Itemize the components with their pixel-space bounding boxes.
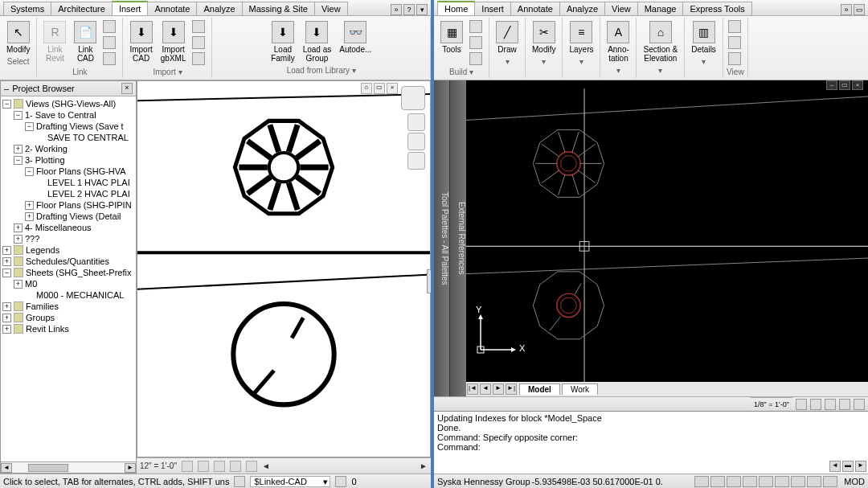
pan-icon[interactable]	[407, 133, 425, 150]
tab-home[interactable]: Home	[437, 1, 475, 15]
expand-icon[interactable]: +	[25, 201, 34, 210]
viewcube[interactable]	[401, 86, 425, 110]
insert-from-file-button[interactable]	[190, 19, 208, 34]
tree-node[interactable]: +Revit Links	[2, 323, 134, 334]
tree-node[interactable]: SAVE TO CENTRAL	[2, 132, 134, 143]
tab-insert[interactable]: Insert	[112, 1, 149, 15]
collapse-icon[interactable]: −	[14, 156, 23, 165]
tools-button[interactable]: ▦ Tools	[437, 19, 466, 55]
tab-massing-site[interactable]: Massing & Site	[242, 2, 315, 15]
tab-systems[interactable]: Systems	[3, 2, 51, 15]
tree-node[interactable]: LEVEL 2 HVAC PLAI	[2, 188, 134, 199]
tab-insert-r[interactable]: Insert	[474, 2, 511, 15]
tree-node[interactable]: −Sheets (SHG_Sheet-Prefix	[2, 267, 134, 278]
expand-icon[interactable]: +	[14, 235, 23, 244]
tree-node[interactable]: +???	[2, 233, 134, 244]
grid-icon[interactable]	[710, 476, 725, 487]
tree-node[interactable]: +Floor Plans (SHG-PIPIN	[2, 199, 134, 211]
expand-icon[interactable]: +	[2, 246, 11, 255]
tab-architecture[interactable]: Architecture	[51, 2, 113, 15]
collapse-icon[interactable]: −	[2, 100, 11, 109]
win-min-icon[interactable]: –	[826, 80, 837, 90]
model-space-label[interactable]: MOD	[844, 477, 865, 486]
win-max-icon[interactable]: ▭	[839, 80, 850, 90]
expand-icon[interactable]: +	[25, 212, 34, 221]
tab-annotate-r[interactable]: Annotate	[510, 2, 560, 15]
layout-tab-work[interactable]: Work	[562, 383, 598, 395]
snap-icon[interactable]	[694, 476, 709, 487]
sun-path-icon[interactable]	[214, 461, 225, 472]
browser-hscroll[interactable]: ◄ ►	[1, 461, 136, 473]
tab-annotate[interactable]: Annotate	[147, 2, 197, 15]
steering-wheel-icon[interactable]	[407, 113, 425, 131]
polar-icon[interactable]	[743, 476, 757, 487]
tab-view-r[interactable]: View	[604, 2, 638, 15]
expand-icon[interactable]: +	[2, 314, 11, 322]
collapse-icon[interactable]: −	[25, 122, 34, 131]
clean-icon[interactable]	[854, 399, 865, 410]
scroll-thumb[interactable]	[28, 464, 68, 472]
load-group-label[interactable]: Load from Library	[287, 66, 356, 75]
dyn-icon[interactable]	[807, 476, 821, 487]
tree-node[interactable]: −Floor Plans (SHG-HVA	[2, 166, 134, 177]
scale-label[interactable]: 12" = 1'-0"	[140, 461, 177, 470]
tab-overflow-icon[interactable]: »	[391, 4, 402, 15]
tree-node[interactable]: −3- Plotting	[2, 154, 134, 166]
tab-analyze[interactable]: Analyze	[196, 2, 242, 15]
content-browser-button[interactable]	[468, 51, 485, 66]
scroll-left-icon[interactable]: ◄	[1, 463, 12, 473]
splitter-handle[interactable]	[427, 269, 431, 293]
tab-express-tools[interactable]: Express Tools	[682, 2, 751, 15]
left-drawing-canvas[interactable]: ⌂ ▭ ×	[137, 80, 431, 457]
tab-min-icon[interactable]: ▭	[854, 4, 865, 15]
expand-icon[interactable]: +	[14, 223, 23, 232]
press-drag-icon[interactable]	[234, 476, 245, 487]
tab-analyze-r[interactable]: Analyze	[559, 2, 605, 15]
tab-manage[interactable]: Manage	[637, 2, 684, 15]
tree-node[interactable]: +Groups	[2, 312, 134, 323]
scroll-right-icon[interactable]: ►	[125, 463, 136, 473]
nav-prev-icon[interactable]: ◄	[262, 461, 270, 470]
layer-mgr-button[interactable]	[468, 35, 485, 50]
modify-button[interactable]: ↖ Modify	[3, 19, 33, 55]
tree-node[interactable]: −Views (SHG-Views-All)	[2, 98, 134, 109]
cmd-scroll-right-icon[interactable]: ►	[855, 461, 866, 472]
build-group-label[interactable]: Build	[449, 68, 473, 76]
expand-icon[interactable]: +	[14, 145, 23, 154]
cmd-scroll-left-icon[interactable]: ◄	[829, 461, 841, 472]
prop-button[interactable]	[468, 19, 485, 34]
tree-node[interactable]: M000 - MECHANICAL	[2, 289, 134, 301]
tree-node[interactable]: −1- Save to Central	[2, 109, 134, 121]
expand-icon[interactable]: +	[2, 325, 11, 334]
command-window[interactable]: Updating Indexes for block *Model_Space …	[434, 411, 868, 474]
image-button[interactable]	[190, 35, 208, 50]
project-tree[interactable]: −Views (SHG-Views-All)−1- Save to Centra…	[1, 96, 136, 461]
ws-icon[interactable]	[825, 399, 836, 410]
collapse-icon[interactable]: −	[2, 269, 11, 277]
manage-images-button[interactable]	[190, 51, 208, 66]
ortho-icon[interactable]	[727, 476, 741, 487]
external-references-tab[interactable]: External References	[450, 80, 466, 396]
link-cad-button[interactable]: 📄 Link CAD	[71, 19, 100, 64]
details-button[interactable]: ▥Details	[688, 19, 719, 55]
tree-node[interactable]: +4- Miscellaneous	[2, 222, 134, 233]
load-family-button[interactable]: ⬇ Load Family	[268, 19, 297, 64]
anno-vis-icon[interactable]	[796, 399, 807, 410]
osnap-icon[interactable]	[759, 476, 773, 487]
tree-node[interactable]: +2- Working	[2, 143, 134, 154]
expand-icon[interactable]: +	[14, 280, 23, 289]
import-group-label[interactable]: Import	[153, 68, 182, 76]
visual-style-icon[interactable]	[198, 461, 209, 472]
ducs-icon[interactable]	[791, 476, 805, 487]
tree-node[interactable]: +Schedules/Quantities	[2, 256, 134, 267]
shadows-icon[interactable]	[230, 461, 241, 472]
layout-next-icon[interactable]: ►	[493, 383, 504, 395]
import-cad-button[interactable]: ⬇ Import CAD	[126, 19, 155, 64]
collapse-icon[interactable]: −	[14, 111, 23, 120]
view-tool3[interactable]	[727, 51, 744, 66]
tree-node[interactable]: +M0	[2, 278, 134, 289]
tool-palettes-tab[interactable]: Tool Palettes - All Palettes	[434, 80, 450, 396]
acad-drawing-canvas[interactable]: – ▭ ×	[466, 80, 868, 396]
crop-icon[interactable]	[246, 461, 257, 472]
linked-cad-dropdown[interactable]: $Linked-CAD	[250, 476, 330, 487]
